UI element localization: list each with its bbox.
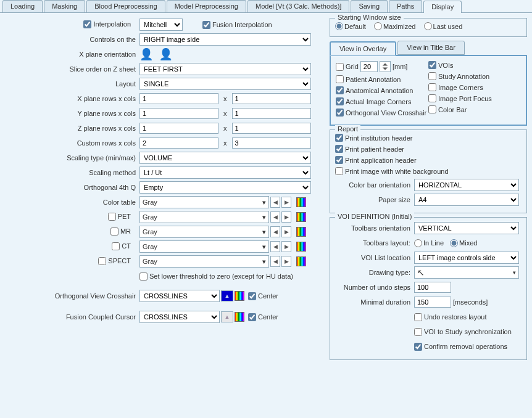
- paper-size-label: Paper size: [335, 196, 414, 203]
- voi-study-sync-checkbox[interactable]: [414, 328, 422, 336]
- controls-on-select[interactable]: RIGHT image side: [139, 33, 311, 46]
- color-bar-orientation-select[interactable]: HORIZONTAL: [414, 179, 519, 191]
- tab-model[interactable]: Model [Vt (3 Calc. Methods)]: [247, 0, 349, 12]
- grid-step-button[interactable]: [380, 61, 391, 72]
- pet-swatch-icon[interactable]: [296, 212, 306, 222]
- custom-rows-input[interactable]: [139, 137, 218, 149]
- study-annotation-checkbox[interactable]: [428, 72, 436, 80]
- actual-image-corners-checkbox[interactable]: [336, 97, 344, 105]
- mr-checkbox[interactable]: [110, 227, 118, 236]
- x-rows-input[interactable]: [139, 93, 218, 104]
- color-table-next-button[interactable]: ▶: [281, 197, 291, 208]
- x-cols-input[interactable]: [232, 93, 311, 104]
- ortho-crosshair-overlay-checkbox[interactable]: [336, 109, 344, 117]
- undo-steps-input[interactable]: [414, 282, 451, 293]
- undo-restores-checkbox[interactable]: [414, 313, 422, 321]
- subtab-view-overlay[interactable]: View in Overlay: [330, 41, 396, 55]
- spect-prev-button[interactable]: ◀: [270, 256, 280, 267]
- tab-masking[interactable]: Masking: [44, 0, 85, 12]
- color-table-prev-button[interactable]: ◀: [270, 197, 280, 208]
- pet-next-button[interactable]: ▶: [281, 211, 291, 223]
- spect-next-button[interactable]: ▶: [281, 256, 291, 267]
- custom-cols-input[interactable]: [232, 137, 311, 149]
- ortho-crosshair-select[interactable]: CROSSLINES: [139, 290, 220, 302]
- toolbars-orientation-select[interactable]: VERTICAL: [414, 222, 519, 234]
- tab-saving[interactable]: Saving: [351, 0, 388, 12]
- lower-threshold-checkbox[interactable]: [139, 273, 148, 281]
- vois-checkbox[interactable]: [428, 61, 436, 69]
- subtab-view-titlebar[interactable]: View in Title Bar: [397, 41, 465, 55]
- z-rows-input[interactable]: [139, 123, 218, 134]
- paper-size-select[interactable]: A4: [414, 194, 519, 206]
- ortho-crosshair-swatch-icon[interactable]: [235, 291, 244, 301]
- grid-value-input[interactable]: [360, 61, 378, 72]
- color-bar-checkbox[interactable]: [428, 105, 436, 113]
- color-table-swatch-icon[interactable]: [296, 197, 306, 207]
- tab-blood-preprocessing[interactable]: Blood Preprocessing: [86, 0, 165, 12]
- print-white-bg-checkbox[interactable]: [335, 167, 343, 175]
- scaling-type-select[interactable]: VOLUME: [139, 152, 311, 164]
- color-table-select[interactable]: Gray▾: [139, 196, 269, 208]
- startwin-default-radio[interactable]: [335, 22, 343, 30]
- print-application-checkbox[interactable]: [335, 156, 343, 164]
- spect-color-select[interactable]: Gray▾: [139, 255, 269, 268]
- head-left-icon[interactable]: 👤: [139, 47, 153, 61]
- layout-select[interactable]: SINGLE: [139, 78, 311, 90]
- scaling-method-select[interactable]: Lt / Ut: [139, 166, 311, 179]
- print-patient-checkbox[interactable]: [335, 145, 343, 153]
- image-corners-checkbox[interactable]: [428, 83, 436, 91]
- tab-model-preprocessing[interactable]: Model Preprocessing: [167, 0, 246, 12]
- fusion-cursor-center-checkbox[interactable]: [248, 313, 256, 321]
- ct-next-button[interactable]: ▶: [281, 241, 291, 252]
- interpolation-checkbox[interactable]: [83, 20, 91, 28]
- fusion-cursor-label: Fusion Coupled Cursor: [5, 313, 139, 321]
- fusion-cursor-swatch-icon[interactable]: [235, 312, 244, 322]
- scaling-type-label: Scaling type (min/max): [5, 154, 139, 162]
- confirm-removal-checkbox[interactable]: [414, 343, 422, 351]
- orthogonal-4q-select[interactable]: Empty: [139, 181, 311, 194]
- y-cols-input[interactable]: [232, 108, 311, 119]
- mr-swatch-icon[interactable]: [296, 227, 306, 237]
- pet-color-select[interactable]: Gray▾: [139, 211, 269, 223]
- tab-paths[interactable]: Paths: [389, 0, 422, 12]
- drawing-type-select[interactable]: ↖▾: [414, 266, 519, 279]
- anatomical-annotation-checkbox[interactable]: [336, 86, 344, 94]
- ct-swatch-icon[interactable]: [296, 242, 306, 252]
- ortho-crosshair-center-checkbox[interactable]: [248, 292, 256, 300]
- toolbars-mixed-radio[interactable]: [450, 239, 458, 247]
- color-bar-orientation-label: Color bar orientation: [335, 181, 414, 189]
- min-duration-input[interactable]: [414, 297, 451, 308]
- ct-prev-button[interactable]: ◀: [270, 241, 280, 252]
- fusion-interpolation-checkbox[interactable]: [202, 21, 210, 29]
- mr-next-button[interactable]: ▶: [281, 226, 291, 237]
- interpolation-select[interactable]: Mitchell: [139, 18, 183, 31]
- tab-display[interactable]: Display: [423, 1, 462, 13]
- fusion-cursor-color-button[interactable]: ▲: [221, 311, 233, 322]
- mr-color-select[interactable]: Gray▾: [139, 226, 269, 238]
- ortho-crosshair-color-button[interactable]: ▲: [221, 290, 233, 301]
- pet-prev-button[interactable]: ◀: [270, 211, 280, 223]
- starting-window-fieldset: Starting Window size Default Maximized L…: [330, 18, 527, 37]
- tab-loading[interactable]: Loading: [2, 0, 43, 12]
- orthogonal-4q-label: Orthogonal 4th Q: [5, 184, 139, 191]
- slice-order-select[interactable]: FEET FIRST: [139, 63, 311, 75]
- ct-checkbox[interactable]: [112, 242, 120, 250]
- spect-swatch-icon[interactable]: [296, 256, 306, 266]
- fusion-cursor-select[interactable]: CROSSLINES: [139, 311, 220, 323]
- toolbars-inline-radio[interactable]: [414, 239, 422, 247]
- image-port-focus-checkbox[interactable]: [428, 94, 436, 102]
- y-rows-input[interactable]: [139, 108, 218, 119]
- grid-checkbox[interactable]: [336, 63, 344, 71]
- ct-color-select[interactable]: Gray▾: [139, 240, 269, 253]
- voi-list-location-select[interactable]: LEFT image controls side: [414, 252, 519, 264]
- startwin-lastused-radio[interactable]: [424, 22, 432, 30]
- patient-annotation-checkbox[interactable]: [336, 75, 344, 83]
- spect-checkbox[interactable]: [98, 257, 106, 265]
- head-right-icon[interactable]: 👤: [159, 47, 173, 61]
- mr-prev-button[interactable]: ◀: [270, 226, 280, 237]
- pet-checkbox[interactable]: [108, 213, 116, 221]
- z-cols-input[interactable]: [232, 123, 311, 134]
- startwin-maximized-radio[interactable]: [374, 22, 382, 30]
- print-institution-checkbox[interactable]: [335, 134, 343, 142]
- z-rowscols-label: Z plane rows x cols: [5, 125, 139, 132]
